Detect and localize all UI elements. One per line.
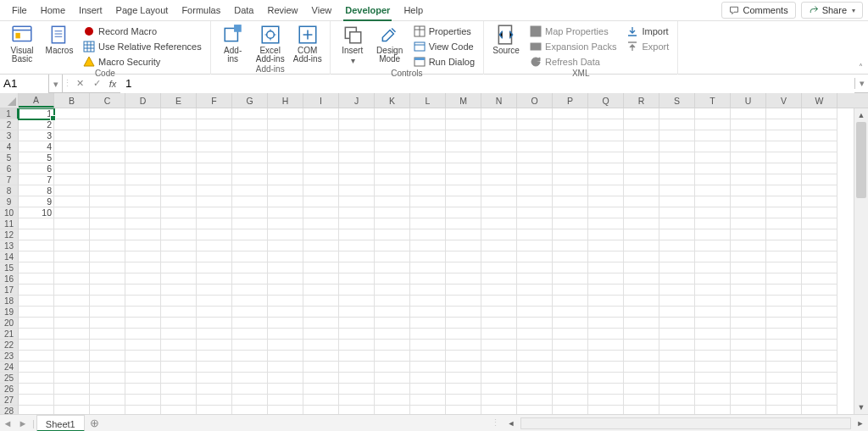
cell[interactable]: [553, 274, 588, 285]
cell[interactable]: [125, 262, 161, 274]
cell[interactable]: 7: [19, 174, 54, 185]
cell[interactable]: [410, 196, 446, 207]
column-header[interactable]: E: [161, 93, 197, 108]
cell[interactable]: [268, 229, 303, 240]
cell[interactable]: [588, 296, 624, 307]
cell[interactable]: [624, 340, 659, 351]
cell[interactable]: [268, 329, 303, 340]
cell[interactable]: [481, 285, 517, 296]
scroll-thumb[interactable]: [856, 122, 866, 198]
sheet-nav-prev[interactable]: ◄: [0, 418, 15, 428]
cell[interactable]: [588, 240, 624, 251]
cell[interactable]: [19, 351, 54, 362]
cell[interactable]: [588, 174, 624, 185]
cell[interactable]: [446, 285, 481, 296]
cell[interactable]: [695, 373, 731, 384]
cell[interactable]: [659, 285, 695, 296]
cell[interactable]: [731, 119, 766, 130]
cell[interactable]: [161, 373, 197, 384]
cell[interactable]: [659, 296, 695, 307]
cell[interactable]: [339, 174, 375, 185]
cell[interactable]: [375, 395, 410, 406]
cell[interactable]: [125, 196, 161, 207]
cell[interactable]: [54, 262, 90, 274]
cell[interactable]: [731, 307, 766, 318]
cell[interactable]: [410, 119, 446, 130]
expand-formula-bar[interactable]: ▾: [854, 78, 868, 89]
cell[interactable]: [303, 152, 339, 163]
cell[interactable]: [90, 185, 125, 196]
cell[interactable]: [19, 373, 54, 384]
cell[interactable]: [624, 196, 659, 207]
cell[interactable]: [553, 240, 588, 251]
cell[interactable]: [695, 362, 731, 373]
cell[interactable]: [303, 285, 339, 296]
cell[interactable]: [624, 384, 659, 395]
cell[interactable]: [339, 406, 375, 414]
cell[interactable]: [624, 373, 659, 384]
cell[interactable]: [695, 307, 731, 318]
properties-button[interactable]: Properties: [410, 25, 478, 38]
cell[interactable]: [54, 340, 90, 351]
cell[interactable]: [375, 141, 410, 152]
cell[interactable]: [54, 207, 90, 218]
cell[interactable]: [659, 163, 695, 174]
tab-insert[interactable]: Insert: [72, 0, 109, 21]
cell[interactable]: [446, 240, 481, 251]
xml-import-button[interactable]: Import: [623, 25, 672, 38]
cell[interactable]: [375, 406, 410, 414]
cell[interactable]: [232, 362, 268, 373]
cell[interactable]: [54, 384, 90, 395]
cell[interactable]: [375, 218, 410, 229]
cell[interactable]: [303, 318, 339, 329]
cell[interactable]: [695, 152, 731, 163]
cell[interactable]: [446, 307, 481, 318]
cell[interactable]: [481, 174, 517, 185]
cell[interactable]: [731, 185, 766, 196]
cell[interactable]: [481, 262, 517, 274]
cell[interactable]: [232, 296, 268, 307]
cell[interactable]: [375, 119, 410, 130]
cell[interactable]: [517, 251, 553, 262]
cell[interactable]: [125, 307, 161, 318]
cell[interactable]: [446, 185, 481, 196]
cell[interactable]: [125, 174, 161, 185]
cell[interactable]: [481, 329, 517, 340]
cell[interactable]: [375, 174, 410, 185]
cell[interactable]: [588, 307, 624, 318]
column-header[interactable]: S: [659, 93, 695, 108]
cell[interactable]: [517, 240, 553, 251]
cell[interactable]: [588, 218, 624, 229]
cell[interactable]: [481, 108, 517, 119]
cell[interactable]: [446, 384, 481, 395]
cell[interactable]: [802, 174, 837, 185]
row-header[interactable]: 8: [0, 185, 19, 196]
cell[interactable]: [339, 362, 375, 373]
cell[interactable]: [303, 384, 339, 395]
cell[interactable]: [339, 351, 375, 362]
cell[interactable]: [339, 340, 375, 351]
cell[interactable]: [161, 141, 197, 152]
cell[interactable]: [659, 373, 695, 384]
cell[interactable]: [19, 229, 54, 240]
cell[interactable]: [766, 340, 802, 351]
cell[interactable]: [268, 218, 303, 229]
cell[interactable]: [624, 406, 659, 414]
cell[interactable]: [695, 262, 731, 274]
cell[interactable]: [731, 108, 766, 119]
cell[interactable]: [481, 274, 517, 285]
cell[interactable]: [232, 207, 268, 218]
cell[interactable]: [90, 251, 125, 262]
scroll-left-button[interactable]: ◄: [505, 419, 517, 428]
cell[interactable]: [517, 130, 553, 141]
cell[interactable]: [517, 196, 553, 207]
cell[interactable]: [90, 174, 125, 185]
cell[interactable]: [339, 185, 375, 196]
cell[interactable]: [410, 240, 446, 251]
cell[interactable]: [517, 351, 553, 362]
cell[interactable]: [553, 395, 588, 406]
cell[interactable]: [766, 218, 802, 229]
cell[interactable]: [553, 340, 588, 351]
cell[interactable]: [659, 329, 695, 340]
cell[interactable]: [303, 185, 339, 196]
